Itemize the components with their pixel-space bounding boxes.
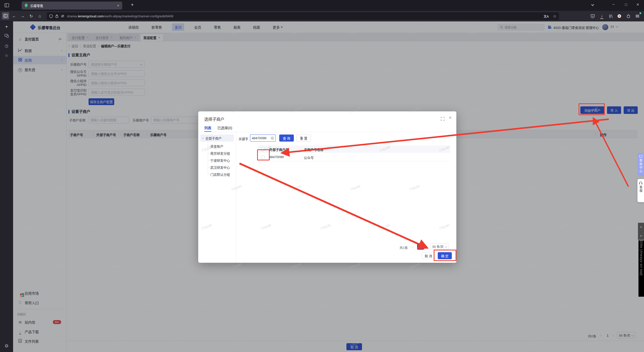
url-bar[interactable]: sharea.lemengcloud.com/earth-allpay/mark…: [47, 12, 559, 20]
modal-page-size-select[interactable]: 50 条/页: [430, 243, 449, 250]
permissions-icon[interactable]: [61, 15, 64, 18]
browser-tab-bar: 乐檬零售 × + − □ ×: [0, 0, 644, 11]
tree-node-资金账户[interactable]: 资金账户: [210, 143, 230, 150]
tab-manager-icon[interactable]: [5, 3, 9, 7]
settings-gear-icon[interactable]: ⚙: [0, 343, 13, 349]
synced-tabs-icon[interactable]: [0, 34, 13, 39]
ditto-window-strip[interactable]: Ditto [Always on top]: [638, 240, 644, 297]
modal-column-header-子商户号名称: 子商户号名称: [304, 147, 324, 152]
select-sub-merchant-modal: 选择子商户 × 列表已选择(0) 全部子商户 资金账户南京研发分组宁波研发中心武…: [198, 111, 456, 263]
modal-total: 共1条: [399, 245, 408, 250]
modal-reset-button[interactable]: 重 置: [296, 135, 311, 142]
modal-tabs-divider: [198, 132, 456, 132]
home-icon[interactable]: ⌂: [37, 13, 43, 19]
modal-tab-列表[interactable]: 列表: [204, 125, 211, 130]
ditto-expand-icon[interactable]: »: [640, 234, 642, 238]
tree-panel-divider: [236, 132, 236, 263]
clear-input-icon[interactable]: ×: [271, 137, 274, 140]
sidebar-toggle-button[interactable]: [2, 12, 9, 19]
ditto-controls: × »: [638, 223, 644, 240]
screen-record-icon[interactable]: [616, 13, 622, 19]
pocket-icon[interactable]: [590, 13, 596, 19]
modal-close-icon[interactable]: ×: [449, 115, 452, 120]
row-merchant-id: 48470099: [269, 155, 284, 159]
tree-caret-icon[interactable]: [202, 137, 204, 139]
reload-icon[interactable]: ↻: [28, 13, 34, 19]
downloads-icon[interactable]: ↓: [599, 13, 605, 19]
back-icon[interactable]: ←: [11, 13, 17, 19]
library-icon[interactable]: [608, 13, 614, 19]
annotation-box-row-checkbox: [257, 149, 270, 160]
ditto-close-icon[interactable]: ×: [640, 225, 642, 229]
window-maximize-button[interactable]: □: [625, 3, 627, 6]
fullscreen-icon[interactable]: [441, 117, 445, 121]
app-menu-icon[interactable]: [634, 13, 640, 19]
firefox-sidebar-strip: ✦ ◷ ☆ ⚙: [0, 21, 13, 352]
forward-icon[interactable]: →: [20, 13, 26, 19]
window-close-button[interactable]: ×: [636, 2, 639, 7]
browser-tab[interactable]: 乐檬零售 ×: [22, 2, 122, 10]
tree-node-武汉研发中心[interactable]: 武汉研发中心: [210, 164, 230, 171]
tab-title: 乐檬零售: [30, 3, 117, 8]
translate-icon[interactable]: 文A: [544, 14, 549, 18]
modal-table-row[interactable]: 48470099 公众号: [258, 153, 450, 161]
modal-column-header-外部子商户号: 外部子商户号: [269, 147, 289, 152]
ai-sparkle-icon[interactable]: ✦: [0, 24, 13, 29]
modal-table-header: 外部子商户号子商户号名称: [258, 145, 450, 153]
help-center-tab[interactable]: 帮助中心: [637, 153, 644, 176]
menu-notification-dot: [639, 12, 641, 14]
modal-cancel-button[interactable]: 取 消: [422, 252, 435, 259]
extension-icon[interactable]: [625, 13, 631, 19]
url-text[interactable]: sharea.lemengcloud.com/earth-allpay/mark…: [67, 14, 173, 18]
history-clock-icon[interactable]: ◷: [0, 43, 13, 48]
favicon-leaf-icon: [24, 4, 28, 8]
tab-close-icon[interactable]: ×: [117, 4, 119, 7]
screen: 乐檬零售 × + − □ × ← → ↻ ⌂ sharea.lemengclou…: [0, 0, 644, 352]
annotation-box-confirm: [434, 250, 456, 261]
modal-title: 选择子商户: [204, 116, 224, 122]
tree-node-宁波研发中心[interactable]: 宁波研发中心: [210, 157, 230, 164]
keyword-input[interactable]: 48470099 ×: [250, 135, 276, 142]
modal-next-page-icon[interactable]: ›: [426, 245, 427, 249]
column-divider: [338, 147, 338, 151]
tree-guide-line: [208, 142, 208, 174]
bookmark-star-icon[interactable]: ☆: [553, 14, 556, 19]
modal-current-page[interactable]: 1: [417, 243, 424, 250]
column-divider: [300, 147, 301, 151]
chat-bubble-icon: [639, 155, 642, 158]
tree-root[interactable]: 全部子商户: [200, 135, 234, 142]
shield-icon[interactable]: [49, 14, 53, 18]
lock-icon[interactable]: [55, 14, 58, 18]
bookmarks-star-icon[interactable]: ☆: [0, 53, 13, 58]
tree-node-南京研发分组[interactable]: 南京研发分组: [210, 150, 230, 157]
tree-node-门店默认分组[interactable]: 门店默认分组: [210, 171, 230, 178]
new-tab-button[interactable]: +: [131, 2, 134, 7]
active-tab-underline: [204, 131, 211, 132]
row-merchant-name: 公众号: [304, 155, 314, 160]
tree-children: 资金账户南京研发分组宁波研发中心武汉研发中心门店默认分组: [210, 143, 230, 178]
customer-service-tab[interactable]: 客服: [637, 179, 644, 202]
window-minimize-button[interactable]: −: [612, 3, 615, 7]
modal-prev-page-icon[interactable]: ‹: [413, 245, 414, 249]
keyword-label: 关键字: [238, 136, 248, 141]
headset-icon: [639, 182, 642, 185]
modal-tab-已选择(0)[interactable]: 已选择(0): [217, 125, 232, 130]
sidebar-panel-icon: [4, 14, 8, 18]
annotation-box-add-sub-merchant: [579, 103, 605, 115]
tab-list-chevron-icon[interactable]: [591, 3, 594, 6]
modal-search-button[interactable]: 查 询: [279, 135, 294, 142]
